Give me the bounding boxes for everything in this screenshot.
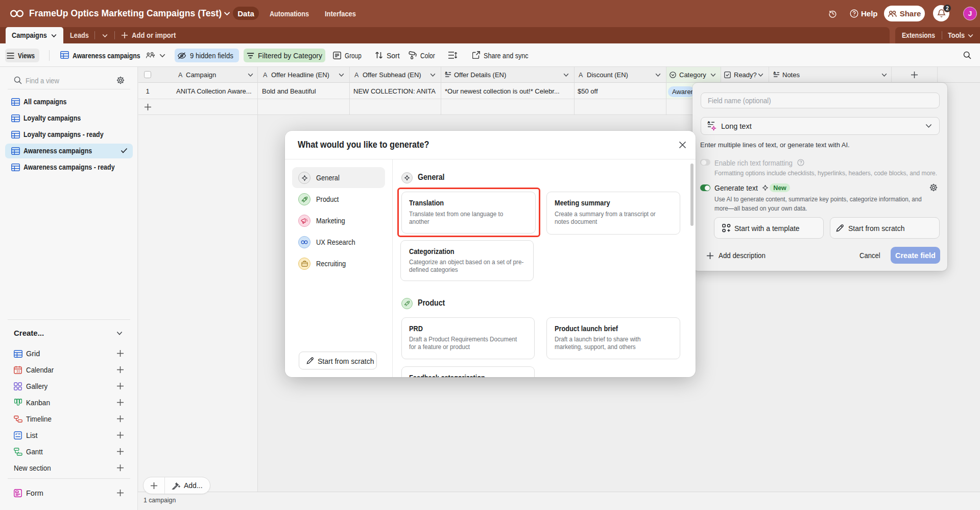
svg-text:A: A [445, 72, 447, 75]
svg-text:A: A [178, 72, 183, 78]
svg-text:A: A [263, 72, 268, 78]
svg-text:A: A [579, 72, 583, 78]
svg-text:A: A [354, 72, 359, 78]
svg-text:A: A [773, 72, 776, 75]
svg-text:A: A [707, 121, 710, 125]
svg-text:31: 31 [16, 369, 20, 373]
